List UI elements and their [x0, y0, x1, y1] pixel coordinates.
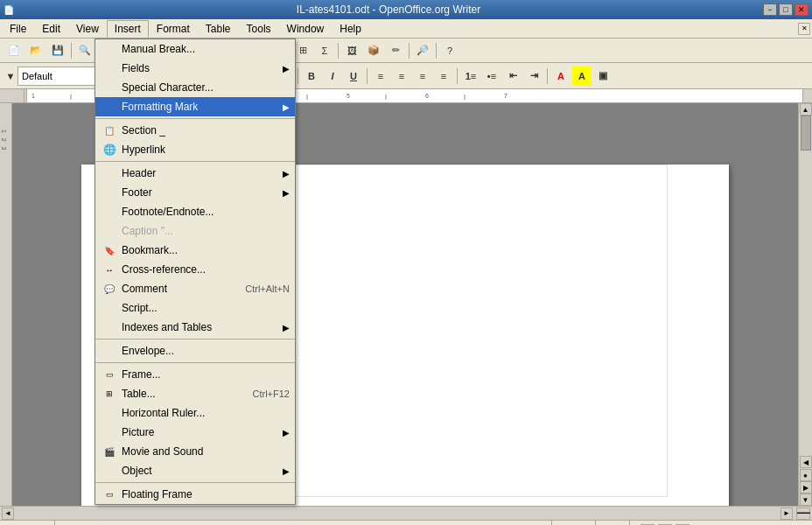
menu-header[interactable]: Header ▶	[95, 164, 295, 183]
scroll-right-button[interactable]: ►	[780, 508, 793, 520]
decrease-indent-button[interactable]: ⇤	[503, 66, 522, 86]
fmt-sep-4	[367, 68, 368, 84]
menu-floating-frame[interactable]: ▭ Floating Frame	[95, 485, 295, 504]
menu-file[interactable]: File	[2, 20, 34, 38]
increase-indent-button[interactable]: ⇥	[524, 66, 543, 86]
font-color-button[interactable]: A	[551, 66, 570, 86]
indexes-arrow-icon: ▶	[283, 323, 290, 332]
floating-frame-icon: ▭	[101, 486, 118, 503]
vertical-scrollbar[interactable]: ▲ ◀ ● ▶ ▼	[798, 103, 812, 506]
indexes-icon	[101, 318, 118, 336]
align-center-button[interactable]: ≡	[392, 66, 411, 86]
zoom-slider-area[interactable]: ━━━	[796, 508, 810, 520]
style-combo[interactable]: Default	[18, 66, 105, 86]
minimize-button[interactable]: −	[763, 4, 777, 16]
menu-caption: Caption "...	[95, 221, 295, 241]
menu-special-char[interactable]: Special Character...	[95, 78, 295, 97]
align-left-button[interactable]: ≡	[371, 66, 390, 86]
underline-button[interactable]: U	[344, 66, 363, 86]
insert-mode[interactable]: INSRT	[559, 521, 596, 525]
menu-table[interactable]: ⊞ Table... Ctrl+F12	[95, 384, 295, 403]
italic-button[interactable]: I	[323, 66, 342, 86]
horizontal-scrollbar[interactable]: ◄ ► ━━━	[0, 506, 812, 520]
align-right-button[interactable]: ≡	[413, 66, 432, 86]
menu-script[interactable]: Script...	[95, 298, 295, 318]
menu-bookmark[interactable]: 🔖 Bookmark...	[95, 241, 295, 260]
svg-text:6: 6	[425, 93, 429, 99]
menu-movie-sound[interactable]: 🎬 Movie and Sound	[95, 442, 295, 461]
print-preview-button[interactable]: 🔍	[74, 41, 95, 60]
table-menu-icon: ⊞	[101, 385, 118, 402]
menu-indexes-tables[interactable]: Indexes and Tables ▶	[95, 318, 295, 337]
scroll-track[interactable]	[800, 116, 812, 456]
menu-footnote-label: Footnote/Endnote...	[122, 206, 290, 218]
help-button[interactable]: ?	[439, 41, 460, 60]
bold-button[interactable]: B	[302, 66, 321, 86]
insert-image-button[interactable]: 🖼	[341, 41, 362, 60]
maximize-button[interactable]: □	[779, 4, 793, 16]
numbering-button[interactable]: 1≡	[461, 66, 480, 86]
picture-arrow-icon: ▶	[283, 428, 290, 438]
menu-section[interactable]: 📋 Section _	[95, 121, 295, 140]
menu-footnote[interactable]: Footnote/Endnote...	[95, 202, 295, 221]
menu-table[interactable]: Table	[198, 20, 239, 38]
menu-fields-label: Fields	[122, 62, 283, 74]
menu-envelope[interactable]: Envelope...	[95, 341, 295, 360]
insert-object-button[interactable]: 📦	[363, 41, 384, 60]
fmt-sep-3	[298, 68, 298, 84]
menu-picture[interactable]: Picture ▶	[95, 423, 295, 442]
drawing-button[interactable]: ✏	[385, 41, 406, 60]
style-button[interactable]: ▼	[4, 66, 18, 86]
next-page-button[interactable]: ▶	[800, 481, 812, 494]
show-functions-button[interactable]: Σ	[314, 41, 335, 60]
menu-fields[interactable]: Fields ▶	[95, 59, 295, 78]
formatting-mark-arrow-icon: ▶	[283, 102, 290, 112]
highlight-button[interactable]: A	[572, 66, 592, 86]
menu-edit[interactable]: Edit	[34, 20, 68, 38]
menu-frame[interactable]: ▭ Frame...	[95, 365, 295, 384]
save-button[interactable]: 💾	[47, 41, 68, 60]
menu-formatting-mark[interactable]: Formatting Mark ▶	[95, 97, 295, 116]
menu-manual-break-label: Manual Break...	[122, 43, 290, 55]
scroll-dot-button[interactable]: ●	[800, 469, 812, 481]
new-button[interactable]: 📄	[4, 41, 24, 60]
selection-mode[interactable]: STD	[603, 521, 630, 525]
page-count: Page 1 / 1	[4, 521, 55, 525]
language-indicator[interactable]: Greek	[518, 521, 552, 525]
menu-footer[interactable]: Footer ▶	[95, 183, 295, 202]
envelope-icon	[101, 342, 118, 360]
menu-help[interactable]: Help	[332, 20, 369, 38]
scroll-up-button[interactable]: ▲	[800, 103, 812, 116]
char-bg-color-button[interactable]: ▣	[593, 66, 612, 86]
menu-manual-break[interactable]: Manual Break...	[95, 39, 295, 59]
toolbar-separator-1	[71, 43, 72, 59]
scroll-thumb[interactable]	[801, 116, 811, 150]
scroll-left-button[interactable]: ◄	[2, 508, 14, 520]
hscroll-track[interactable]	[14, 509, 780, 518]
justify-button[interactable]: ≡	[434, 66, 453, 86]
menu-movie-sound-label: Movie and Sound	[122, 445, 290, 458]
fields-icon	[101, 60, 118, 77]
close-button[interactable]: ✕	[794, 4, 808, 16]
menu-close-icon[interactable]: ✕	[798, 23, 810, 35]
menu-cross-reference[interactable]: ↔ Cross-reference...	[95, 260, 295, 279]
menu-horizontal-ruler[interactable]: Horizontal Ruler...	[95, 403, 295, 423]
menu-tools[interactable]: Tools	[239, 20, 279, 38]
menu-hyperlink[interactable]: 🌐 Hyperlink	[95, 140, 295, 159]
menu-window[interactable]: Window	[279, 20, 332, 38]
menu-insert[interactable]: Insert	[107, 20, 149, 38]
menu-format[interactable]: Format	[149, 20, 198, 38]
menu-object[interactable]: Object ▶	[95, 461, 295, 480]
hrule-icon	[101, 404, 118, 422]
menu-view[interactable]: View	[68, 20, 107, 38]
scroll-down-button[interactable]: ▼	[800, 494, 812, 506]
menu-comment[interactable]: 💬 Comment Ctrl+Alt+N	[95, 279, 295, 298]
open-button[interactable]: 📂	[25, 41, 46, 60]
bullets-button[interactable]: •≡	[482, 66, 501, 86]
table-shortcut: Ctrl+F12	[239, 388, 290, 399]
find-button[interactable]: 🔎	[412, 41, 433, 60]
window-title: IL-ates4101.odt - OpenOffice.org Writer	[297, 4, 480, 16]
toolbar-separator-6	[338, 43, 339, 59]
prev-page-button[interactable]: ◀	[800, 456, 812, 468]
fields-arrow-icon: ▶	[283, 64, 290, 74]
